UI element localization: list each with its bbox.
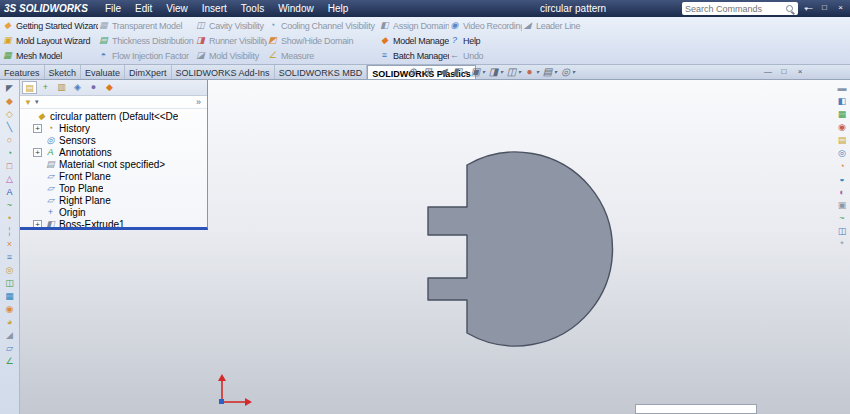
zoom-to-area-icon[interactable]: ⊞	[421, 66, 434, 77]
material-icon[interactable]: ▤	[835, 134, 849, 146]
fillet-icon[interactable]: ◕	[3, 316, 17, 328]
previous-view-icon[interactable]: ◀	[436, 66, 449, 77]
getting-started-wizard-button[interactable]: ◆Getting Started Wizard	[2, 18, 98, 33]
cooling-channel-visibility-button[interactable]: ◔Cooling Channel Visibility	[267, 18, 379, 33]
mold-visibility-button[interactable]: ◪Mold Visibility	[195, 48, 267, 63]
process-parameters-icon[interactable]: ◎	[835, 147, 849, 159]
filter-funnel-icon[interactable]: ▼	[24, 98, 32, 107]
tab-sketch[interactable]: Sketch	[45, 65, 82, 79]
video-recording-button[interactable]: ◉Video Recording	[449, 18, 522, 33]
rectangle-icon[interactable]: □	[3, 160, 17, 172]
edit-appearance-icon[interactable]: ●▾	[523, 66, 539, 77]
boundary-conditions-icon[interactable]: ◧	[835, 95, 849, 107]
plasticsmanager-tab[interactable]: ◆	[102, 81, 117, 94]
centerline-icon[interactable]: ¦	[3, 225, 17, 237]
mesh-icon[interactable]: ▦	[835, 108, 849, 120]
linear-pattern-icon[interactable]: ▦	[3, 290, 17, 302]
cavity-visibility-button[interactable]: ◫Cavity Visibility	[195, 18, 267, 33]
featuremanager-tab[interactable]: ▤	[22, 81, 37, 94]
flow-injection-factor-button[interactable]: ◓Flow Injection Factor	[98, 48, 195, 63]
tree-item-annotations[interactable]: + A Annotations	[20, 146, 207, 158]
tree-item-front-plane[interactable]: ▱ Front Plane	[20, 170, 207, 182]
measure-tool-icon[interactable]: ∠	[3, 355, 17, 367]
close-button[interactable]: ×	[833, 2, 848, 14]
propertymanager-tab[interactable]: +	[38, 81, 53, 94]
part-body[interactable]	[428, 152, 613, 346]
dimxpertmanager-tab[interactable]: ◈	[70, 81, 85, 94]
tree-expander[interactable]: +	[33, 148, 42, 157]
minimize-button[interactable]: —	[801, 2, 816, 14]
displaymanager-tab[interactable]: ●	[86, 81, 101, 94]
tab-dimxpert[interactable]: DimXpert	[125, 65, 172, 79]
tree-item-right-plane[interactable]: ▱ Right Plane	[20, 194, 207, 206]
tree-item-sensors[interactable]: ◎ Sensors	[20, 134, 207, 146]
report-icon[interactable]: ▣	[835, 199, 849, 211]
tab-solidworks-add-ins[interactable]: SOLIDWORKS Add-Ins	[172, 65, 275, 79]
zoom-to-fit-icon[interactable]: ⊕	[406, 66, 419, 77]
tree-item-top-plane[interactable]: ▱ Top Plane	[20, 182, 207, 194]
leader-line-button[interactable]: ◢Leader Line	[522, 18, 850, 33]
circular-pattern-icon[interactable]: ◉	[3, 303, 17, 315]
batch-manager-button[interactable]: ≡Batch Manager	[379, 48, 449, 63]
tree-item-history[interactable]: + ◔ History	[20, 122, 207, 134]
convert-entities-icon[interactable]: ≡	[3, 251, 17, 263]
transparent-model-button[interactable]: ▦Transparent Model	[98, 18, 195, 33]
search-input[interactable]	[685, 4, 784, 14]
tree-item-part-root[interactable]: ◆ circular pattern (Default<<De	[20, 110, 207, 122]
menu-file[interactable]: File	[98, 1, 128, 16]
undo-button[interactable]: ←Undo	[449, 48, 522, 63]
injection-location-icon[interactable]: ◉	[835, 121, 849, 133]
menu-view[interactable]: View	[159, 1, 195, 16]
tab-features[interactable]: Features	[0, 65, 45, 79]
arc-icon[interactable]: ◔	[3, 147, 17, 159]
mesh-model-button[interactable]: ▦Mesh Model	[2, 48, 98, 63]
menu-window[interactable]: Window	[271, 1, 321, 16]
mirror-entities-icon[interactable]: ◫	[3, 277, 17, 289]
filter-caret-icon[interactable]: ▾	[35, 98, 39, 106]
menu-tools[interactable]: Tools	[234, 1, 271, 16]
mold-layout-wizard-button[interactable]: ▣Mold Layout Wizard	[2, 33, 98, 48]
cool-results-icon[interactable]: ◒	[835, 173, 849, 185]
view-settings-icon[interactable]: ◎▾	[559, 66, 575, 77]
tree-item-boss-extrude1[interactable]: + ◧ Boss-Extrude1	[20, 218, 207, 230]
smart-dimension-icon[interactable]: ◇	[3, 108, 17, 120]
circle-icon[interactable]: ○	[3, 134, 17, 146]
doc-restore-button[interactable]: □	[778, 67, 790, 76]
text-icon[interactable]: A	[3, 186, 17, 198]
select-icon[interactable]: ◤	[3, 82, 17, 94]
measure-button[interactable]: ∠Measure	[267, 48, 379, 63]
tree-expander[interactable]: +	[33, 220, 42, 229]
search-commands-box[interactable]	[682, 2, 798, 15]
tree-expander[interactable]: +	[33, 124, 42, 133]
restore-button[interactable]: □	[817, 2, 832, 14]
line-icon[interactable]: ╲	[3, 121, 17, 133]
polygon-icon[interactable]: △	[3, 173, 17, 185]
warp-results-icon[interactable]: ◐	[835, 186, 849, 198]
section-view-icon[interactable]: ◧▾	[451, 66, 467, 77]
menu-help[interactable]: Help	[321, 1, 356, 16]
model-manager-button[interactable]: ◆Model Manager	[379, 33, 449, 48]
spline-icon[interactable]: ~	[3, 199, 17, 211]
help-button[interactable]: ?Help	[449, 33, 522, 48]
tree-item-origin[interactable]: + Origin	[20, 206, 207, 218]
hide-show-items-icon[interactable]: ◫▾	[505, 66, 521, 77]
menu-edit[interactable]: Edit	[128, 1, 159, 16]
plastics-settings-icon[interactable]: *	[835, 238, 849, 250]
apply-scene-icon[interactable]: ▤▾	[541, 66, 557, 77]
tree-item-material[interactable]: ▤ Material <not specified>	[20, 158, 207, 170]
display-style-icon[interactable]: ◨▾	[487, 66, 503, 77]
xy-plot-icon[interactable]: ~	[835, 212, 849, 224]
search-icon[interactable]	[786, 5, 793, 12]
tab-evaluate[interactable]: Evaluate	[81, 65, 125, 79]
chamfer-icon[interactable]: ◢	[3, 329, 17, 341]
view-orientation-icon[interactable]: ▣▾	[469, 66, 485, 77]
rollback-icon[interactable]: ▬	[835, 82, 849, 94]
menu-insert[interactable]: Insert	[195, 1, 234, 16]
point-icon[interactable]: •	[3, 212, 17, 224]
sketch-icon[interactable]: ◆	[3, 95, 17, 107]
tab-solidworks-mbd[interactable]: SOLIDWORKS MBD	[275, 65, 368, 79]
trim-entities-icon[interactable]: ×	[3, 238, 17, 250]
offset-entities-icon[interactable]: ◎	[3, 264, 17, 276]
assign-domain-button[interactable]: ◧Assign Domain	[379, 18, 449, 33]
doc-close-button[interactable]: ×	[794, 67, 806, 76]
